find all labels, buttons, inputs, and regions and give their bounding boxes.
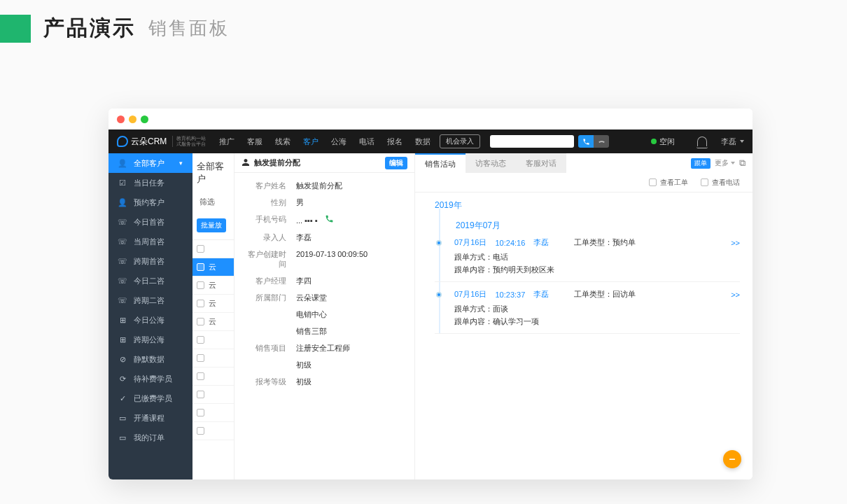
field-label: 所属部门	[241, 293, 286, 302]
sidebar-icon: ✓	[118, 394, 127, 402]
sidebar-icon: ▭	[118, 414, 127, 422]
field-value: ... ▪▪▪ ▪	[296, 214, 407, 225]
copy-icon[interactable]: ⧉	[739, 158, 746, 169]
row-checkbox[interactable]	[197, 409, 204, 416]
table-row[interactable]	[192, 349, 234, 368]
nav-item-公海[interactable]: 公海	[325, 130, 353, 153]
row-text: 云	[209, 262, 216, 272]
row-checkbox[interactable]	[197, 372, 204, 380]
sidebar-item-跨期二咨[interactable]: ☏跨期二咨	[108, 290, 192, 310]
sidebar-item-当周首咨[interactable]: ☏当周首咨	[108, 232, 192, 251]
row-checkbox[interactable]	[197, 427, 204, 435]
follow-content: 跟单内容：预约明天到校区来	[454, 263, 740, 276]
bell-icon[interactable]	[697, 136, 707, 146]
filter-label[interactable]: 筛选	[192, 192, 234, 211]
table-row[interactable]	[192, 404, 234, 422]
table-row[interactable]: 云	[192, 258, 234, 276]
sidebar-item-静默数据[interactable]: ⊘静默数据	[108, 349, 192, 369]
follow-tag[interactable]: 跟单	[691, 158, 710, 169]
table-row[interactable]: 云	[192, 295, 234, 313]
tab-销售活动[interactable]: 销售活动	[415, 153, 465, 173]
sidebar-item-跨期公海[interactable]: ⊞跨期公海	[108, 330, 192, 349]
sidebar: 👤全部客户▾☑当日任务👤预约客户☏今日首咨☏当周首咨☏跨期首咨☏今日二咨☏跨期二…	[108, 153, 192, 479]
activity-tabs: 销售活动访客动态客服对话 跟单 更多 ⧉	[415, 153, 752, 173]
sidebar-item-已缴费学员[interactable]: ✓已缴费学员	[108, 388, 192, 408]
sidebar-item-label: 今日二咨	[134, 276, 164, 286]
row-checkbox[interactable]	[197, 354, 204, 362]
hangup-icon	[598, 138, 606, 146]
nav-item-线索[interactable]: 线索	[269, 130, 297, 153]
phone-icon[interactable]	[325, 215, 334, 225]
detail-field: 性别男	[241, 194, 407, 211]
field-value: 云朵课堂	[296, 293, 407, 302]
activity-body: 2019年 2019年07月 07月16日 10:24:16 李磊 工单类型：预…	[415, 192, 752, 479]
top-nav: 云朵CRM 教育机构一站式服务云平台 推广客服线索客户公海电话报名数据 机会录入…	[108, 130, 752, 153]
more-link[interactable]: 更多	[715, 158, 735, 168]
sidebar-item-今日二咨[interactable]: ☏今日二咨	[108, 271, 192, 290]
minimize-window-button[interactable]	[129, 115, 136, 123]
timeline: 2019年07月 07月16日 10:24:16 李磊 工单类型：预约单 >> …	[435, 220, 740, 334]
nav-item-推广[interactable]: 推广	[213, 130, 241, 153]
row-checkbox[interactable]	[197, 391, 204, 398]
table-row[interactable]	[192, 422, 234, 440]
row-checkbox[interactable]	[197, 300, 204, 307]
call-button[interactable]	[578, 135, 594, 148]
nav-item-数据[interactable]: 数据	[409, 130, 437, 153]
user-menu[interactable]: 李磊	[721, 136, 744, 147]
sidebar-icon: ⊞	[118, 316, 127, 324]
view-ticket-checkbox[interactable]: 查看工单	[649, 178, 688, 188]
expand-link[interactable]: >>	[731, 239, 740, 247]
row-checkbox[interactable]	[197, 318, 204, 326]
table-row[interactable]	[192, 240, 234, 258]
sidebar-item-预约客户[interactable]: 👤预约客户	[108, 192, 192, 212]
sidebar-item-开通课程[interactable]: ▭开通课程	[108, 408, 192, 428]
sidebar-item-我的订单[interactable]: ▭我的订单	[108, 428, 192, 447]
app-logo[interactable]: 云朵CRM 教育机构一站式服务云平台	[117, 136, 206, 148]
row-checkbox[interactable]	[197, 263, 204, 271]
hangup-button[interactable]	[594, 135, 609, 148]
detail-field: 销售项目注册安全工程师	[241, 340, 407, 356]
logo-subtitle: 教育机构一站式服务云平台	[172, 136, 206, 147]
fab-button[interactable]: –	[723, 450, 741, 468]
sidebar-item-全部客户[interactable]: 👤全部客户▾	[108, 153, 192, 173]
row-checkbox[interactable]	[197, 336, 204, 344]
maximize-window-button[interactable]	[141, 115, 148, 123]
list-title: 全部客户	[192, 153, 234, 192]
sidebar-item-待补费学员[interactable]: ⟳待补费学员	[108, 369, 192, 388]
nav-item-报名[interactable]: 报名	[381, 130, 409, 153]
table-row[interactable]: 云	[192, 276, 234, 295]
tab-访客动态[interactable]: 访客动态	[465, 153, 516, 173]
table-row[interactable]	[192, 368, 234, 386]
timeline-ticket-type: 工单类型：回访单	[574, 289, 636, 300]
search-input[interactable]	[490, 135, 574, 148]
sidebar-item-当日任务[interactable]: ☑当日任务	[108, 173, 192, 192]
sidebar-icon: 👤	[118, 159, 127, 167]
nav-item-电话[interactable]: 电话	[353, 130, 381, 153]
edit-button[interactable]: 编辑	[385, 157, 407, 169]
batch-release-button[interactable]: 批量放	[197, 218, 226, 232]
table-row[interactable]	[192, 386, 234, 404]
activity-panel: 销售活动访客动态客服对话 跟单 更多 ⧉ 查看工单 查看电话	[415, 153, 752, 479]
table-row[interactable]: 云	[192, 313, 234, 331]
sidebar-item-今日首咨[interactable]: ☏今日首咨	[108, 212, 192, 232]
timeline-ticket-type: 工单类型：预约单	[574, 237, 636, 248]
detail-field: 客户姓名触发提前分配	[241, 177, 407, 194]
nav-items: 推广客服线索客户公海电话报名数据	[213, 130, 437, 153]
row-checkbox[interactable]	[197, 281, 204, 289]
close-window-button[interactable]	[117, 115, 125, 123]
nav-item-客户[interactable]: 客户	[297, 130, 325, 153]
nav-item-客服[interactable]: 客服	[241, 130, 269, 153]
expand-link[interactable]: >>	[731, 290, 740, 299]
sidebar-icon: 👤	[118, 198, 127, 206]
sidebar-item-跨期首咨[interactable]: ☏跨期首咨	[108, 251, 192, 271]
agent-status[interactable]: 空闲	[651, 136, 675, 147]
tab-客服对话[interactable]: 客服对话	[516, 153, 566, 173]
row-checkbox[interactable]	[197, 245, 204, 253]
table-row[interactable]	[192, 331, 234, 349]
opportunity-entry-button[interactable]: 机会录入	[440, 134, 480, 148]
sidebar-item-label: 预约客户	[134, 197, 164, 208]
sidebar-item-今日公海[interactable]: ⊞今日公海	[108, 310, 192, 330]
view-phone-checkbox[interactable]: 查看电话	[701, 178, 740, 188]
user-name: 李磊	[721, 136, 736, 147]
follow-content: 跟单内容：确认学习一项	[454, 315, 740, 328]
